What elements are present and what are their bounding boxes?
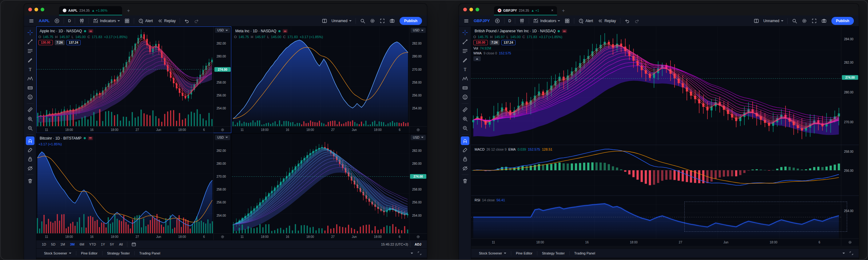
chart-panel-fourth[interactable]: USD 274.00 282.00280.00258.00256.00254.0… xyxy=(232,134,427,240)
tab-pine-editor[interactable]: Pine Editor xyxy=(76,251,102,255)
zoom-out-icon[interactable] xyxy=(461,124,469,132)
adjusted-data-toggle[interactable]: ADJ xyxy=(412,242,424,246)
symbol-search-button[interactable]: AAPL xyxy=(36,17,52,24)
currency-selector[interactable]: USD xyxy=(215,28,230,33)
lock-all-drawings-icon[interactable] xyxy=(461,155,469,163)
fib-retracement-icon[interactable] xyxy=(26,47,34,55)
new-tab-button[interactable]: + xyxy=(122,6,135,15)
text-tool-icon[interactable]: T xyxy=(26,65,34,74)
tab-stock-screener[interactable]: Stock Screener xyxy=(39,251,76,255)
trend-line-icon[interactable] xyxy=(26,37,34,46)
macd-plot[interactable] xyxy=(471,145,841,195)
axis-settings-gear-icon[interactable] xyxy=(409,126,427,133)
close-window-button[interactable] xyxy=(28,8,32,11)
limit-price-chip[interactable]: 137.24 xyxy=(66,40,81,45)
indicator-templates-icon[interactable] xyxy=(562,17,572,25)
range-button[interactable]: YTD xyxy=(87,241,98,247)
interval-button[interactable]: D xyxy=(66,18,73,24)
time-axis[interactable]: 1118:001618:0027Jun18:006 xyxy=(36,126,214,133)
selection-box[interactable] xyxy=(684,202,847,231)
magnet-icon[interactable] xyxy=(26,136,34,145)
range-button[interactable]: 5Y xyxy=(107,241,116,247)
measure-icon[interactable] xyxy=(26,105,34,114)
macd-pane[interactable]: MACD 26 12 close 9 EMA 0.039 152.575 128… xyxy=(471,145,859,195)
remove-all-drawings-icon[interactable] xyxy=(461,177,469,185)
crosshair-icon[interactable] xyxy=(461,28,469,37)
chart-plot-meta[interactable] xyxy=(232,26,409,126)
brush-icon[interactable] xyxy=(26,56,34,65)
fullscreen-icon[interactable] xyxy=(377,17,387,25)
compare-add-icon[interactable] xyxy=(52,17,62,25)
hamburger-menu-icon[interactable] xyxy=(461,17,471,25)
time-axis[interactable]: 1118:001618:0027Jun18:006 xyxy=(232,233,409,240)
search-icon[interactable] xyxy=(358,17,368,25)
tab-trading-panel[interactable]: Trading Panel xyxy=(570,251,600,255)
emoji-icon[interactable] xyxy=(461,93,469,101)
layout-name-button[interactable]: Unnamed xyxy=(330,18,354,24)
close-tab-icon[interactable]: × xyxy=(550,8,553,12)
zoom-window-button[interactable] xyxy=(40,8,44,11)
collapse-panel-icon[interactable] xyxy=(408,251,415,255)
alert-button[interactable]: Alert xyxy=(576,17,595,25)
alert-button[interactable]: Alert xyxy=(136,17,155,25)
axis-settings-gear-icon[interactable] xyxy=(841,238,859,246)
axis-settings-gear-icon[interactable] xyxy=(214,233,231,240)
tab-stock-screener[interactable]: Stock Screener xyxy=(474,251,511,255)
price-axis[interactable]: USD 274.00 282.00280.00258.00256.00254.0… xyxy=(214,26,231,126)
maximize-panel-icon[interactable] xyxy=(415,250,424,257)
maximize-panel-icon[interactable] xyxy=(847,250,856,257)
browser-tab-gbpjpy[interactable]: GBPJPY 234.35 ▲ +1.86% × xyxy=(494,6,557,15)
indicators-button[interactable]: Indicators xyxy=(91,17,122,25)
chart-panel-bitcoin[interactable]: Bitcoinr · 1D · BITSTAMP +3.17 (+1.85%) … xyxy=(36,134,231,240)
time-axis[interactable]: 1118:001618:0027Jun18:006 xyxy=(36,233,214,240)
currency-selector[interactable]: USD xyxy=(215,135,230,140)
redo-icon[interactable] xyxy=(192,17,202,25)
replay-button[interactable]: Replay xyxy=(155,17,178,25)
camera-icon[interactable] xyxy=(819,17,829,25)
currency-selector[interactable]: USD xyxy=(411,135,426,140)
currency-selector[interactable]: USD xyxy=(411,28,426,33)
legend-flag-icon[interactable] xyxy=(88,29,93,33)
collapse-panel-icon[interactable] xyxy=(840,251,847,255)
stop-price-chip[interactable]: 130.00 xyxy=(38,40,53,45)
zoom-window-button[interactable] xyxy=(475,8,479,11)
minimize-window-button[interactable] xyxy=(469,8,473,11)
chart-plot-fourth[interactable] xyxy=(232,134,409,234)
main-price-pane[interactable]: British Pound / Japanese Yen Inc · 1D · … xyxy=(471,26,859,145)
tab-pine-editor[interactable]: Pine Editor xyxy=(511,251,537,255)
hamburger-menu-icon[interactable] xyxy=(27,17,36,25)
layout-panes-icon[interactable] xyxy=(319,17,330,25)
tab-trading-panel[interactable]: Trading Panel xyxy=(135,251,165,255)
magnet-icon[interactable] xyxy=(461,136,469,145)
legend-collapse-button[interactable] xyxy=(473,56,481,61)
range-button[interactable]: 1D xyxy=(39,241,49,247)
compare-add-icon[interactable] xyxy=(492,17,502,25)
time-axis[interactable]: 1118:001618:0027Jun18:006 xyxy=(232,126,409,133)
hide-all-drawings-icon[interactable] xyxy=(26,164,34,173)
candle-style-icon[interactable] xyxy=(77,17,87,25)
minimize-window-button[interactable] xyxy=(34,8,38,11)
zoom-in-icon[interactable] xyxy=(26,115,34,123)
symbol-search-button[interactable]: GBPJPY xyxy=(471,17,492,24)
remove-all-drawings-icon[interactable] xyxy=(26,177,34,185)
layout-name-button[interactable]: Unnamed xyxy=(761,18,785,24)
price-axis[interactable]: 274.00 284.00282.00280.00270.00258.00256… xyxy=(841,26,859,238)
xabcd-pattern-icon[interactable] xyxy=(26,74,34,83)
settings-gear-icon[interactable] xyxy=(368,17,377,25)
measure-icon[interactable] xyxy=(461,105,469,114)
legend-flag-icon[interactable] xyxy=(88,136,93,140)
text-tool-icon[interactable]: T xyxy=(461,65,469,74)
tab-strategy-tester[interactable]: Strategy Tester xyxy=(102,251,134,255)
redo-icon[interactable] xyxy=(632,17,642,25)
chart-panel-meta[interactable]: Meta Inc · 1D · NASDAQ O145.75 H145.97 L… xyxy=(232,26,427,133)
indicator-templates-icon[interactable] xyxy=(122,17,132,25)
hide-all-drawings-icon[interactable] xyxy=(461,164,469,173)
undo-icon[interactable] xyxy=(622,17,632,25)
camera-icon[interactable] xyxy=(387,17,397,25)
interval-button[interactable]: D xyxy=(506,18,514,24)
stop-price-chip[interactable]: 130.00 xyxy=(473,40,488,45)
legend-flag-icon[interactable] xyxy=(283,29,287,33)
range-button[interactable]: 5D xyxy=(49,241,58,247)
browser-tab-aapl[interactable]: AAPL 234.35 ▲ +1.86% xyxy=(59,6,122,15)
price-axis[interactable]: USD 282.00280.00270.00258.00256.00254.00 xyxy=(214,134,231,234)
